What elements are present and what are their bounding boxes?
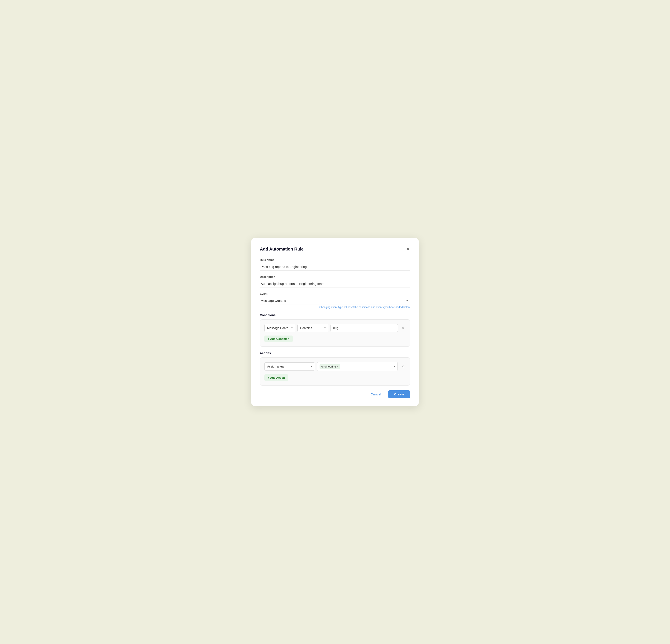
actions-label: Actions: [260, 352, 410, 355]
modal-dialog: Add Automation Rule × Rule Name Descript…: [251, 238, 419, 406]
rule-name-group: Rule Name: [260, 258, 410, 271]
actions-box: Assign a team Assign an agent Add label …: [260, 357, 410, 385]
condition-attribute-wrapper: Message Content Email Name ▼: [264, 324, 295, 332]
conditions-box: Message Content Email Name ▼ Contains Do…: [260, 319, 410, 347]
event-hint-text: Changing event type will reset the condi…: [260, 306, 410, 309]
event-select[interactable]: Message Created Conversation Created Con…: [260, 297, 410, 304]
condition-operator-select[interactable]: Contains Does not contain Equals: [297, 324, 329, 332]
cancel-button[interactable]: Cancel: [366, 390, 386, 398]
action-row: Assign a team Assign an agent Add label …: [264, 362, 406, 371]
action-type-select[interactable]: Assign a team Assign an agent Add label: [264, 362, 315, 371]
description-group: Description: [260, 275, 410, 287]
condition-remove-button[interactable]: ×: [400, 325, 406, 331]
action-remove-button[interactable]: ×: [400, 364, 406, 370]
close-button[interactable]: ×: [406, 246, 410, 252]
modal-footer: Cancel Create: [260, 390, 410, 398]
action-team-select-wrapper[interactable]: engineering × ▼: [317, 362, 398, 371]
rule-name-label: Rule Name: [260, 258, 410, 261]
add-action-button[interactable]: + Add Action: [264, 374, 289, 381]
modal-header: Add Automation Rule ×: [260, 246, 410, 252]
description-label: Description: [260, 275, 410, 278]
event-label: Event: [260, 292, 410, 296]
rule-name-input[interactable]: [260, 263, 410, 271]
tag-remove-button[interactable]: ×: [337, 365, 338, 368]
create-button[interactable]: Create: [388, 390, 410, 398]
condition-row: Message Content Email Name ▼ Contains Do…: [264, 324, 406, 332]
event-select-wrapper: Message Created Conversation Created Con…: [260, 297, 410, 304]
engineering-tag: engineering ×: [320, 364, 340, 369]
modal-overlay: Add Automation Rule × Rule Name Descript…: [251, 238, 419, 406]
description-input[interactable]: [260, 280, 410, 287]
actions-section: Actions Assign a team Assign an agent Ad…: [260, 352, 410, 385]
modal-title: Add Automation Rule: [260, 247, 304, 251]
event-group: Event Message Created Conversation Creat…: [260, 292, 410, 309]
tag-label: engineering: [321, 365, 336, 368]
action-type-wrapper: Assign a team Assign an agent Add label …: [264, 362, 315, 371]
add-condition-button[interactable]: + Add Condition: [264, 335, 293, 342]
action-team-arrow-icon: ▼: [393, 365, 396, 368]
condition-value-input[interactable]: [331, 324, 398, 332]
condition-operator-wrapper: Contains Does not contain Equals ▼: [297, 324, 329, 332]
condition-attribute-select[interactable]: Message Content Email Name: [264, 324, 295, 332]
conditions-label: Conditions: [260, 313, 410, 317]
conditions-section: Conditions Message Content Email Name ▼: [260, 313, 410, 347]
